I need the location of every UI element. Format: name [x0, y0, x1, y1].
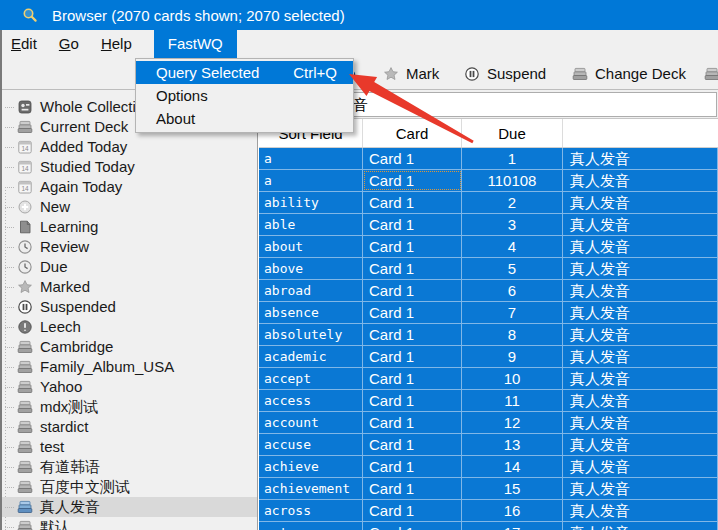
- svg-text:14: 14: [21, 165, 29, 172]
- cell-sort-field: able: [259, 214, 363, 235]
- cell-card: Card 1: [363, 236, 462, 257]
- sidebar-item-marked[interactable]: Marked: [0, 277, 257, 297]
- sidebar-item-new[interactable]: New: [0, 197, 257, 217]
- cell-sort-field: abroad: [259, 280, 363, 301]
- table-row[interactable]: achieveCard 114真人发音: [259, 456, 718, 478]
- table-row[interactable]: accuseCard 113真人发音: [259, 434, 718, 456]
- table-row[interactable]: actCard 117真人发音: [259, 522, 718, 530]
- cell-sort-field: above: [259, 258, 363, 279]
- sidebar-item-label: Review: [40, 237, 89, 257]
- cell-card: Card 1: [363, 214, 462, 235]
- svg-text:14: 14: [21, 185, 29, 192]
- cell-sort-field: across: [259, 500, 363, 521]
- cell-sort-field: a: [259, 170, 363, 191]
- menu-item-fastwq[interactable]: FastWQ: [154, 30, 237, 58]
- table-row[interactable]: absolutelyCard 18真人发音: [259, 324, 718, 346]
- pause-circle-icon: [464, 66, 480, 82]
- table-row[interactable]: acceptCard 110真人发音: [259, 368, 718, 390]
- sidebar-item-label: Due: [40, 257, 68, 277]
- table-row[interactable]: abroadCard 16真人发音: [259, 280, 718, 302]
- sidebar-item-leech[interactable]: Leech: [0, 317, 257, 337]
- cell-deck: 真人发音: [563, 214, 718, 235]
- sidebar-item-test[interactable]: test: [0, 437, 257, 457]
- cell-card: Card 1: [363, 302, 462, 323]
- sidebar-item-stardict[interactable]: stardict: [0, 417, 257, 437]
- sidebar-item-label: Yahoo: [40, 377, 82, 397]
- column-header-card[interactable]: Card: [363, 119, 462, 147]
- sidebar-item-mdx测试[interactable]: mdx测试: [0, 397, 257, 417]
- table-row[interactable]: aboveCard 15真人发音: [259, 258, 718, 280]
- exclamation-circle-icon: [17, 319, 33, 335]
- column-header-deck[interactable]: [563, 119, 718, 147]
- menu-item-go[interactable]: Go: [48, 30, 90, 58]
- sidebar-item-due[interactable]: Due: [0, 257, 257, 277]
- sidebar-item-cambridge[interactable]: Cambridge: [0, 337, 257, 357]
- sidebar-item-learning[interactable]: Learning: [0, 217, 257, 237]
- sidebar-item-label: Family_Album_USA: [40, 357, 174, 377]
- sidebar-item-added-today[interactable]: 14Added Today: [0, 137, 257, 157]
- sidebar-item-family-album-usa[interactable]: Family_Album_USA: [0, 357, 257, 377]
- sidebar-item-yahoo[interactable]: Yahoo: [0, 377, 257, 397]
- table-row[interactable]: acrossCard 116真人发音: [259, 500, 718, 522]
- cell-deck: 真人发音: [563, 390, 718, 411]
- sidebar-item-again-today[interactable]: 14Again Today: [0, 177, 257, 197]
- cell-due: 16: [462, 500, 563, 521]
- menu-item-about[interactable]: About: [136, 107, 353, 130]
- cell-sort-field: act: [259, 522, 363, 530]
- table-row[interactable]: abilityCard 12真人发音: [259, 192, 718, 214]
- menu-item-shortcut: [337, 107, 353, 130]
- sidebar-item-label: 百度中文测试: [40, 477, 130, 497]
- table-row[interactable]: aboutCard 14真人发音: [259, 236, 718, 258]
- sidebar-item-百度中文测试[interactable]: 百度中文测试: [0, 477, 257, 497]
- toolbar-item-partial-icon[interactable]: [704, 58, 718, 89]
- cell-deck: 真人发音: [563, 412, 718, 433]
- sidebar-item-默认[interactable]: 默认: [0, 517, 257, 530]
- column-header-due[interactable]: Due: [462, 119, 563, 147]
- cell-due: 6: [462, 280, 563, 301]
- sidebar-item-studied-today[interactable]: 14Studied Today: [0, 157, 257, 177]
- menu-item-help[interactable]: Help: [90, 30, 143, 58]
- window-left-edge: [0, 30, 2, 530]
- cell-sort-field: accept: [259, 368, 363, 389]
- sidebar-item-review[interactable]: Review: [0, 237, 257, 257]
- cell-deck: 真人发音: [563, 192, 718, 213]
- sidebar-item-label: New: [40, 197, 70, 217]
- table-row[interactable]: accountCard 112真人发音: [259, 412, 718, 434]
- cell-due: 14: [462, 456, 563, 477]
- table-row[interactable]: ableCard 13真人发音: [259, 214, 718, 236]
- sidebar-item-label: Again Today: [40, 177, 122, 197]
- table-row[interactable]: accessCard 111真人发音: [259, 390, 718, 412]
- cell-deck: 真人发音: [563, 368, 718, 389]
- sidebar-item-suspended[interactable]: Suspended: [0, 297, 257, 317]
- menu-item-query-selected[interactable]: Query Selected Ctrl+Q: [136, 61, 353, 84]
- cell-due: 15: [462, 478, 563, 499]
- browser-window: Browser (2070 cards shown; 2070 selected…: [0, 0, 718, 530]
- menu-item-edit[interactable]: Edit: [0, 30, 48, 58]
- cell-deck: 真人发音: [563, 170, 718, 191]
- table-row[interactable]: academicCard 19真人发音: [259, 346, 718, 368]
- menu-item-options[interactable]: Options: [136, 84, 353, 107]
- toolbar-item-suspend[interactable]: Suspend: [464, 58, 546, 89]
- card-table: Sort Field Card Due aCard 11真人发音aCard 11…: [259, 118, 718, 530]
- table-row[interactable]: achievementCard 115真人发音: [259, 478, 718, 500]
- sidebar-item-label: Learning: [40, 217, 98, 237]
- sidebar-item-label: 默认: [40, 517, 70, 530]
- table-row[interactable]: absenceCard 17真人发音: [259, 302, 718, 324]
- toolbar-label: Suspend: [487, 65, 546, 82]
- deck-icon: [17, 519, 33, 530]
- toolbar-item-mark[interactable]: Mark: [383, 58, 439, 89]
- cell-card: Card 1: [363, 368, 462, 389]
- cell-sort-field: ability: [259, 192, 363, 213]
- deck-icon: [17, 419, 33, 435]
- sidebar-item-有道韩语[interactable]: 有道韩语: [0, 457, 257, 477]
- table-row[interactable]: aCard 1110108真人发音: [259, 170, 718, 192]
- table-row[interactable]: aCard 11真人发音: [259, 148, 718, 170]
- sidebar-item-真人发音[interactable]: 真人发音: [0, 497, 257, 517]
- cell-due: 12: [462, 412, 563, 433]
- cell-deck: 真人发音: [563, 324, 718, 345]
- cell-due: 11: [462, 390, 563, 411]
- cell-card: Card 1: [363, 390, 462, 411]
- toolbar-item-change-deck[interactable]: Change Deck: [572, 58, 686, 89]
- sidebar-item-label: Current Deck: [40, 117, 128, 137]
- deck-blue-icon: [17, 499, 33, 515]
